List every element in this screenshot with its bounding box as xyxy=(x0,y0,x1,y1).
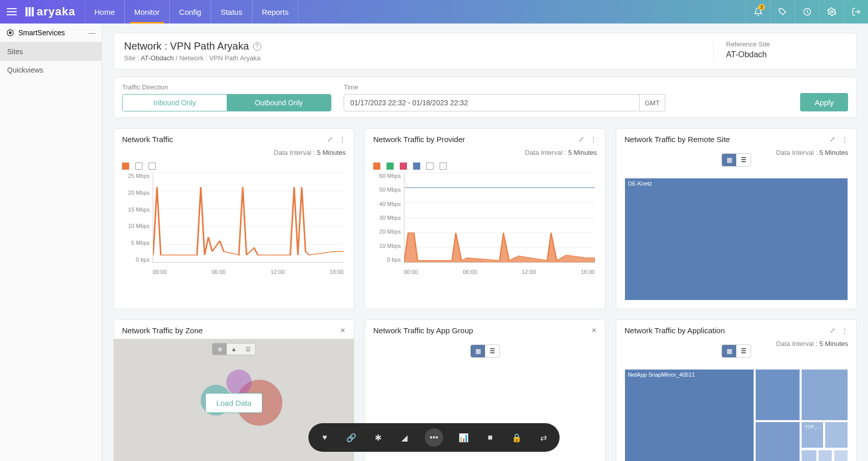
close-icon[interactable]: ✕ xyxy=(591,327,597,334)
treemap-remote-site: DE-Koetz xyxy=(624,178,848,301)
zone-view-table-icon[interactable]: ☰ xyxy=(241,343,255,355)
expand-icon[interactable]: ⤢ xyxy=(327,135,333,143)
logout-button[interactable] xyxy=(843,0,868,24)
timezone-button[interactable]: GMT xyxy=(640,94,665,111)
treemap-block[interactable]: TCP_... xyxy=(801,422,824,449)
nav-config[interactable]: Config xyxy=(170,0,211,24)
y-tick: 0 bps xyxy=(122,257,153,263)
settings-button[interactable] xyxy=(819,0,843,24)
hamburger-menu[interactable] xyxy=(0,8,23,15)
clock-button[interactable] xyxy=(794,0,819,24)
treemap-block[interactable] xyxy=(818,450,832,462)
card-traffic-application: Network Traffic by Application ⤢ ⋮ ▦ ☰ D… xyxy=(616,319,857,461)
logo-mark-icon xyxy=(26,7,34,16)
legend-swatch[interactable] xyxy=(440,163,447,170)
breadcrumb-site-value[interactable]: AT-Obdach xyxy=(141,54,174,62)
inbound-option[interactable]: Inbound Only xyxy=(123,95,227,111)
y-tick: 60 Mbps xyxy=(373,173,404,179)
x-tick: 06:00 xyxy=(211,269,226,275)
treemap-block[interactable] xyxy=(755,422,800,461)
more-icon[interactable]: ••• xyxy=(425,428,443,447)
y-tick: 15 Mbps xyxy=(122,206,153,213)
expand-icon[interactable]: ⤢ xyxy=(830,135,835,143)
table-view-icon[interactable]: ☰ xyxy=(736,154,751,166)
sidebar: SmartServices — Sites Quickviews xyxy=(0,24,102,461)
treemap-block[interactable]: DE-Koetz xyxy=(624,178,848,301)
expand-icon[interactable]: ⤢ xyxy=(830,327,835,334)
treemap-block[interactable] xyxy=(825,422,848,449)
reference-site-label: Reference Site xyxy=(726,40,846,48)
bug-icon[interactable]: ✱ xyxy=(372,431,384,444)
treemap-block[interactable] xyxy=(801,369,848,421)
hamburger-icon xyxy=(7,8,17,15)
y-tick: 10 Mbps xyxy=(373,243,404,249)
close-icon[interactable]: ✕ xyxy=(340,327,346,334)
legend-swatch[interactable] xyxy=(149,163,156,170)
more-icon[interactable]: ⋮ xyxy=(841,135,848,143)
legend-swatch[interactable] xyxy=(413,163,420,170)
lock-icon[interactable]: 🔒 xyxy=(511,431,523,444)
info-icon[interactable]: ? xyxy=(253,42,261,51)
treemap-block[interactable] xyxy=(834,450,848,462)
topbar: aryaka Home Monitor Config Status Report… xyxy=(0,0,868,24)
page-title: Network : VPN Path Aryaka ? xyxy=(124,40,713,52)
treemap-block[interactable]: NetApp SnapMirror_40511 xyxy=(624,369,754,461)
zone-view-chart-icon[interactable]: ▲ xyxy=(227,343,241,355)
legend-swatch[interactable] xyxy=(400,163,407,170)
time-range-input[interactable] xyxy=(344,94,640,111)
nav-monitor[interactable]: Monitor xyxy=(125,0,170,24)
tag-button[interactable] xyxy=(770,0,794,24)
legend-swatch[interactable] xyxy=(373,163,380,170)
card-title: Network Traffic by Application xyxy=(624,326,725,335)
swap-icon[interactable]: ⇄ xyxy=(537,431,549,444)
folder-icon[interactable]: ■ xyxy=(484,431,496,444)
y-tick: 10 Mbps xyxy=(122,223,153,229)
notifications-button[interactable]: 3 xyxy=(745,0,770,24)
page-header: Network : VPN Path Aryaka ? Site : AT-Ob… xyxy=(113,33,857,70)
y-tick: 0 bps xyxy=(373,257,404,263)
legend-swatch[interactable] xyxy=(135,163,142,170)
x-tick: 06:00 xyxy=(463,269,477,275)
reference-site-value: AT-Obdach xyxy=(726,50,846,59)
view-toggle: ▦ ☰ xyxy=(721,344,751,358)
svg-point-3 xyxy=(9,32,11,34)
tag-icon xyxy=(778,7,787,16)
line-plot xyxy=(153,173,344,262)
more-icon[interactable]: ⋮ xyxy=(339,135,346,143)
expand-icon[interactable]: ⤢ xyxy=(578,135,584,143)
load-data-button[interactable]: Load Data xyxy=(205,393,262,413)
treemap-view-icon[interactable]: ▦ xyxy=(722,345,736,357)
bubble-icon xyxy=(226,370,252,395)
treemap-block[interactable] xyxy=(801,450,817,462)
chart-traffic-provider: 60 Mbps 50 Mbps 40 Mbps 30 Mbps 20 Mbps … xyxy=(373,173,597,275)
outbound-option[interactable]: Outbound Only xyxy=(227,95,331,111)
target-icon xyxy=(6,29,14,37)
nav-status[interactable]: Status xyxy=(211,0,252,24)
heart-icon[interactable]: ♥ xyxy=(319,431,331,444)
logo[interactable]: aryaka xyxy=(23,5,85,18)
legend-swatch[interactable] xyxy=(387,163,394,170)
treemap-view-icon[interactable]: ▦ xyxy=(722,154,736,166)
more-icon[interactable]: ⋮ xyxy=(841,327,848,334)
table-view-icon[interactable]: ☰ xyxy=(736,345,751,357)
logo-text: aryaka xyxy=(37,5,76,18)
legend-swatch[interactable] xyxy=(426,163,433,170)
collapse-icon: — xyxy=(88,29,95,37)
sidebar-item-quickviews[interactable]: Quickviews xyxy=(0,61,102,79)
card-traffic-provider: Network Traffic by Provider ⤢ ⋮ Data Int… xyxy=(365,128,606,309)
nav-home[interactable]: Home xyxy=(85,0,125,24)
sidebar-section-smartservices[interactable]: SmartServices — xyxy=(0,24,102,42)
apply-button[interactable]: Apply xyxy=(800,93,848,111)
treemap-block[interactable] xyxy=(755,369,800,421)
card-title: Network Traffic by Remote Site xyxy=(624,135,730,144)
sidebar-item-sites[interactable]: Sites xyxy=(0,42,102,61)
more-icon[interactable]: ⋮ xyxy=(590,135,597,143)
legend-swatch[interactable] xyxy=(122,163,129,170)
logout-icon xyxy=(852,7,861,16)
interval-label: Data Interval : xyxy=(274,149,315,156)
link-icon[interactable]: 🔗 xyxy=(345,431,357,444)
zone-view-map-icon[interactable]: ⊗ xyxy=(212,343,227,355)
nav-reports[interactable]: Reports xyxy=(252,0,299,24)
stats-icon[interactable]: 📊 xyxy=(457,431,470,444)
chart-icon[interactable]: ◢ xyxy=(398,431,411,444)
